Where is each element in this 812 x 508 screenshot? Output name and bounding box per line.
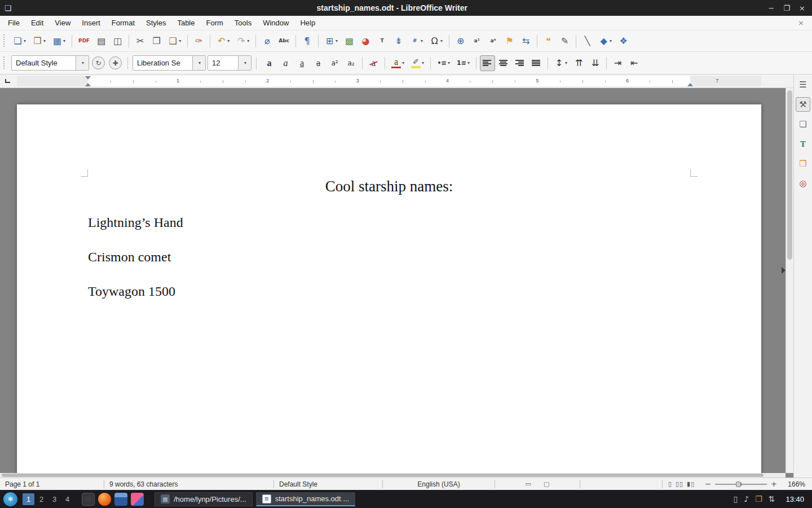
ordered-list-dropdown[interactable]: ▾ [467, 60, 470, 65]
font-size-dropdown[interactable]: ▾ [238, 56, 251, 70]
insert-chart-button[interactable]: ◕ [358, 33, 373, 49]
paragraph-style-status[interactable]: Default Style [274, 478, 382, 490]
paragraph-style-combo[interactable]: Default Style ▾ [11, 55, 89, 71]
sidebar-collapse-handle[interactable] [782, 267, 785, 274]
horizontal-scrollbar[interactable] [0, 473, 785, 478]
font-color-button[interactable]: a▾ [389, 55, 407, 71]
redo-dropdown[interactable]: ▾ [247, 38, 249, 43]
start-menu-button[interactable]: ✻ [3, 492, 17, 506]
insert-mode-icon[interactable]: ▭ [526, 479, 531, 490]
vertical-scrollbar-thumb[interactable] [787, 90, 792, 260]
zoom-slider-thumb[interactable] [736, 481, 741, 487]
font-name-dropdown[interactable]: ▾ [192, 56, 205, 70]
font-name-combo[interactable]: Liberation Se ▾ [133, 55, 206, 71]
insert-page-break-button[interactable]: ⇟ [391, 33, 406, 49]
line-spacing-dropdown[interactable]: ▾ [565, 60, 567, 65]
superscript-button[interactable]: a² [327, 55, 342, 71]
copy-button[interactable]: ❐ [149, 33, 164, 49]
insert-table-button[interactable]: ⊞▾ [322, 33, 341, 49]
new-document-dropdown[interactable]: ▾ [24, 38, 26, 43]
clone-formatting-button[interactable]: ✑ [191, 33, 206, 49]
undo-button[interactable]: ↶▾ [214, 33, 232, 49]
strikethrough-button[interactable]: a [311, 55, 326, 71]
menu-styles[interactable]: Styles [140, 16, 171, 29]
workspace-2[interactable]: 2 [36, 493, 47, 505]
align-right-button[interactable] [513, 55, 528, 71]
font-color-dropdown[interactable]: ▾ [402, 60, 404, 65]
menu-view[interactable]: View [49, 16, 76, 29]
workspace-4[interactable]: 4 [61, 493, 73, 505]
left-indent-marker[interactable] [85, 83, 91, 86]
decrease-paragraph-spacing-button[interactable]: ⇊ [588, 55, 603, 71]
print-button[interactable]: ▤ [94, 33, 109, 49]
align-left-button[interactable] [480, 55, 495, 71]
menu-form[interactable]: Form [200, 16, 228, 29]
network-icon[interactable]: ⇅ [769, 493, 775, 505]
save-dropdown[interactable]: ▾ [63, 38, 65, 43]
taskbar-task-2[interactable]: ≣startship_names.odt ... [256, 492, 356, 506]
basic-shapes-dropdown[interactable]: ▾ [610, 38, 612, 43]
undo-dropdown[interactable]: ▾ [227, 38, 230, 43]
zoom-out-button[interactable]: − [705, 480, 711, 488]
horizontal-ruler[interactable]: 1234567 [17, 76, 761, 86]
menu-edit[interactable]: Edit [25, 16, 49, 29]
insert-field-dropdown[interactable]: ▾ [421, 38, 423, 43]
document-line[interactable]: Lightning’s Hand [88, 214, 690, 231]
close-button[interactable]: × [799, 4, 805, 12]
insert-cross-reference-button[interactable]: ⇆ [518, 33, 533, 49]
font-size-combo[interactable]: 12 ▾ [208, 55, 251, 71]
unordered-list-button[interactable]: •≡▾ [434, 55, 453, 71]
document-title[interactable]: Cool starship names: [88, 177, 690, 196]
show-draw-functions-button[interactable]: ❖ [616, 33, 631, 49]
insert-image-button[interactable]: ▩ [342, 33, 357, 49]
paste-button[interactable]: ❑▾ [165, 33, 184, 49]
find-and-replace-button[interactable]: ⌀ [259, 33, 275, 49]
basic-shapes-button[interactable]: ◆▾ [596, 33, 615, 49]
workspace-1[interactable]: 1 [23, 493, 34, 505]
increase-paragraph-spacing-button[interactable]: ⇈ [571, 55, 586, 71]
highlighting-color-dropdown[interactable]: ▾ [422, 60, 424, 65]
menu-window[interactable]: Window [257, 16, 294, 29]
insert-field-button[interactable]: #▾ [407, 33, 426, 49]
document-area[interactable]: Cool starship names: Lightning’s HandCri… [0, 88, 793, 478]
vertical-scrollbar[interactable] [785, 88, 793, 473]
view-book-button[interactable]: ▮▯ [687, 479, 695, 490]
screenshot-launcher[interactable] [131, 493, 144, 506]
toolbar-grip[interactable] [3, 34, 7, 48]
menu-format[interactable]: Format [106, 16, 140, 29]
clear-direct-formatting-button[interactable]: a [366, 55, 381, 71]
workspace-3[interactable]: 3 [48, 493, 60, 505]
gallery-deck-button[interactable]: ❒ [796, 156, 810, 171]
paragraph-style-dropdown[interactable]: ▾ [76, 56, 89, 70]
first-line-indent-marker[interactable] [85, 76, 91, 80]
document-line[interactable]: Toywagon 1500 [88, 283, 690, 300]
insert-special-character-button[interactable]: Ω▾ [427, 33, 445, 49]
save-button[interactable]: ▦▾ [50, 33, 68, 49]
align-justified-button[interactable] [529, 55, 544, 71]
zoom-level[interactable]: 166% [782, 478, 812, 490]
close-document-button[interactable]: × [792, 19, 810, 27]
view-multiple-pages-button[interactable]: ▯▯ [676, 479, 683, 490]
page[interactable]: Cool starship names: Lightning’s HandCri… [17, 104, 761, 478]
right-indent-marker[interactable] [687, 83, 693, 86]
redo-button[interactable]: ↷▾ [233, 33, 252, 49]
print-preview-button[interactable]: ◫ [110, 33, 125, 49]
taskbar-task-1[interactable]: ▩/home/lynp/Pictures/... [155, 492, 253, 506]
insert-endnote-button[interactable]: aⁿ [486, 33, 501, 49]
selection-mode-icon[interactable]: ▢ [544, 479, 549, 490]
view-single-page-button[interactable]: ▯ [668, 479, 672, 490]
increase-indent-button[interactable]: ⇥ [610, 55, 625, 71]
zoom-slider[interactable] [715, 484, 767, 485]
italic-button[interactable]: a [278, 55, 293, 71]
open-file-dropdown[interactable]: ▾ [43, 38, 46, 43]
tab-stop-selector[interactable] [5, 79, 10, 83]
unordered-list-dropdown[interactable]: ▾ [448, 60, 450, 65]
paste-dropdown[interactable]: ▾ [179, 38, 181, 43]
insert-text-box-button[interactable]: T [374, 33, 390, 49]
firefox-launcher[interactable] [98, 493, 111, 506]
archive-icon[interactable]: ❒ [755, 493, 762, 505]
menu-help[interactable]: Help [294, 16, 321, 29]
files-launcher[interactable] [114, 493, 127, 506]
document-line[interactable]: Crismon comet [88, 248, 690, 266]
clipboard-icon[interactable]: ▯ [734, 493, 738, 505]
